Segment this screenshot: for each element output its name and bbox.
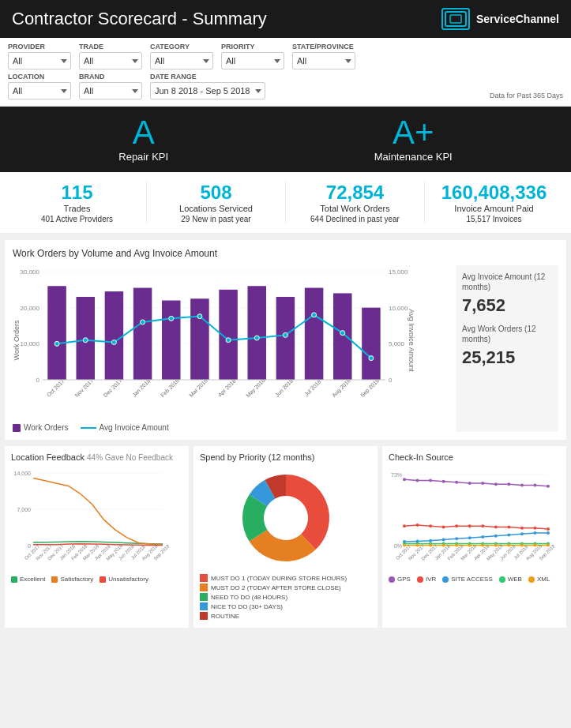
svg-rect-1 xyxy=(450,15,461,23)
svg-text:Avg Invoice Amount: Avg Invoice Amount xyxy=(408,309,415,372)
svg-point-76 xyxy=(416,478,419,482)
donut-legend-item: NEED TO DO (48 HOURS) xyxy=(200,593,371,601)
checkin-legend-dot xyxy=(528,576,535,583)
provider-filter: PROVIDER All xyxy=(8,43,71,69)
bar-chart-container: Work Orders Avg Invoice Amount 010,00020… xyxy=(13,265,558,432)
svg-rect-22 xyxy=(133,288,152,380)
svg-point-103 xyxy=(455,537,458,540)
svg-point-43 xyxy=(141,320,145,325)
priority-label: PRIORITY xyxy=(221,43,284,51)
svg-rect-32 xyxy=(276,297,295,380)
checkin-legend-item: XML xyxy=(528,576,550,583)
invoice-sub-count: 15,517 xyxy=(466,215,490,223)
svg-point-101 xyxy=(429,539,432,542)
svg-text:14,000: 14,000 xyxy=(14,471,32,476)
svg-point-41 xyxy=(83,338,88,343)
location-label: LOCATION xyxy=(8,73,71,81)
repair-kpi-label: Repair KPI xyxy=(118,151,168,163)
trade-filter: TRADE All xyxy=(79,43,142,69)
repair-kpi: A Repair KPI xyxy=(118,116,168,163)
bar-chart-svg: Work Orders Avg Invoice Amount 010,00020… xyxy=(13,265,415,415)
maintenance-kpi: A+ Maintenance KPI xyxy=(374,116,453,163)
invoice-title: Invoice Amount Paid xyxy=(431,204,557,213)
svg-text:10,000: 10,000 xyxy=(21,340,40,347)
date-range-filter: DATE RANGE Jun 8 2018 - Sep 5 2018 xyxy=(150,73,265,99)
svg-point-110 xyxy=(547,531,550,535)
checkin-legend-dot xyxy=(442,576,449,583)
svg-text:Feb 2018: Feb 2018 xyxy=(160,377,180,398)
svg-point-81 xyxy=(481,482,484,485)
svg-point-87 xyxy=(403,524,406,527)
date-range-select[interactable]: Jun 8 2018 - Sep 5 2018 xyxy=(150,82,265,99)
svg-point-96 xyxy=(520,527,524,530)
legend-unsatisfactory-color xyxy=(100,576,106,583)
svg-rect-30 xyxy=(247,286,266,380)
brand-select[interactable]: All xyxy=(79,82,142,99)
category-label: CATEGORY xyxy=(150,43,213,51)
svg-point-45 xyxy=(197,314,202,319)
checkin-legend-item: GPS xyxy=(389,576,411,583)
provider-select[interactable]: All xyxy=(8,52,71,69)
page-title: Contractor Scorecard - Summary xyxy=(12,9,267,29)
svg-text:Apr 2018: Apr 2018 xyxy=(217,378,238,399)
locations-sub: 29 New in past year xyxy=(153,215,279,223)
maintenance-kpi-label: Maintenance KPI xyxy=(374,151,453,163)
svg-point-91 xyxy=(455,524,458,527)
svg-text:Aug 2018: Aug 2018 xyxy=(331,377,352,399)
bar-chart-title: Work Orders by Volume and Avg Invoice Am… xyxy=(13,248,558,259)
state-filter: STATE/PROVINCE All xyxy=(292,43,355,69)
svg-point-95 xyxy=(507,526,510,529)
checkin-legend-dot xyxy=(389,576,395,583)
legend-unsatisfactory: Unsatisfactory xyxy=(100,576,148,583)
bar-chart-area: Work Orders Avg Invoice Amount 010,00020… xyxy=(13,265,448,432)
locations-sub-count: 29 xyxy=(181,215,190,223)
svg-point-89 xyxy=(429,524,432,527)
chart-legend: Work Orders Avg Invoice Amount xyxy=(13,423,448,432)
svg-text:Jul 2018: Jul 2018 xyxy=(303,378,322,397)
category-select[interactable]: All xyxy=(150,52,213,69)
legend-bar-color xyxy=(13,424,21,432)
checkin-legend-item: SITE ACCESS xyxy=(442,576,492,583)
svg-rect-38 xyxy=(362,308,381,380)
spend-priority-title: Spend by Priority (12 months) xyxy=(200,452,371,462)
svg-point-93 xyxy=(481,524,484,527)
stats-row: 115 Trades 401 Active Providers 508 Loca… xyxy=(0,172,571,234)
svg-point-109 xyxy=(533,531,536,535)
checkin-source-svg: 0%73%Oct 2017Nov 2017Dec 2017Jan 2018Feb… xyxy=(389,467,554,569)
trade-select[interactable]: All xyxy=(79,52,142,69)
donut-legend-item: NICE TO DO (30+ DAYS) xyxy=(200,602,371,610)
legend-line-label: Avg Invoice Amount xyxy=(100,423,169,432)
logo-text: ServiceChannel xyxy=(476,13,559,25)
state-select[interactable]: All xyxy=(292,52,355,69)
bottom-row: Location Feedback 44% Gave No Feedback 0… xyxy=(5,446,566,628)
invoice-sub: 15,517 Invoices xyxy=(431,215,557,223)
svg-rect-34 xyxy=(305,288,324,380)
kpi-banner: A Repair KPI A+ Maintenance KPI xyxy=(0,107,571,172)
workorders-title: Total Work Orders xyxy=(292,204,418,213)
svg-text:5,000: 5,000 xyxy=(389,340,405,347)
svg-point-105 xyxy=(481,535,484,538)
workorders-number: 72,854 xyxy=(292,182,418,204)
legend-satisfactory-color xyxy=(51,576,58,583)
header: Contractor Scorecard - Summary ServiceCh… xyxy=(0,0,571,38)
priority-select[interactable]: All xyxy=(221,52,284,69)
trades-stat: 115 Trades 401 Active Providers xyxy=(8,182,147,223)
svg-point-48 xyxy=(283,332,287,337)
invoice-sub-label: Invoices xyxy=(493,215,522,223)
filter-row-1: PROVIDER All TRADE All CATEGORY All PRIO… xyxy=(8,43,563,69)
svg-text:0: 0 xyxy=(36,377,40,384)
logo-area: ServiceChannel xyxy=(441,8,559,30)
svg-point-42 xyxy=(111,340,116,345)
location-select[interactable]: All xyxy=(8,82,71,99)
location-feedback-legend: Excellent Satisfactory Unsatisfactory xyxy=(11,576,182,583)
svg-point-88 xyxy=(416,523,419,527)
svg-text:Jan 2018: Jan 2018 xyxy=(131,378,151,398)
svg-text:Mar 2018: Mar 2018 xyxy=(188,377,208,398)
trades-title: Trades xyxy=(14,204,140,213)
svg-point-40 xyxy=(54,341,59,346)
filters-section: PROVIDER All TRADE All CATEGORY All PRIO… xyxy=(0,38,571,107)
data-note: Data for Past 365 Days xyxy=(490,92,563,99)
location-feedback-svg: 07,00014,000Oct 2017Nov 2017Dec 2017Jan … xyxy=(11,467,169,569)
donut-legend-color xyxy=(200,612,208,620)
svg-point-47 xyxy=(254,336,259,340)
